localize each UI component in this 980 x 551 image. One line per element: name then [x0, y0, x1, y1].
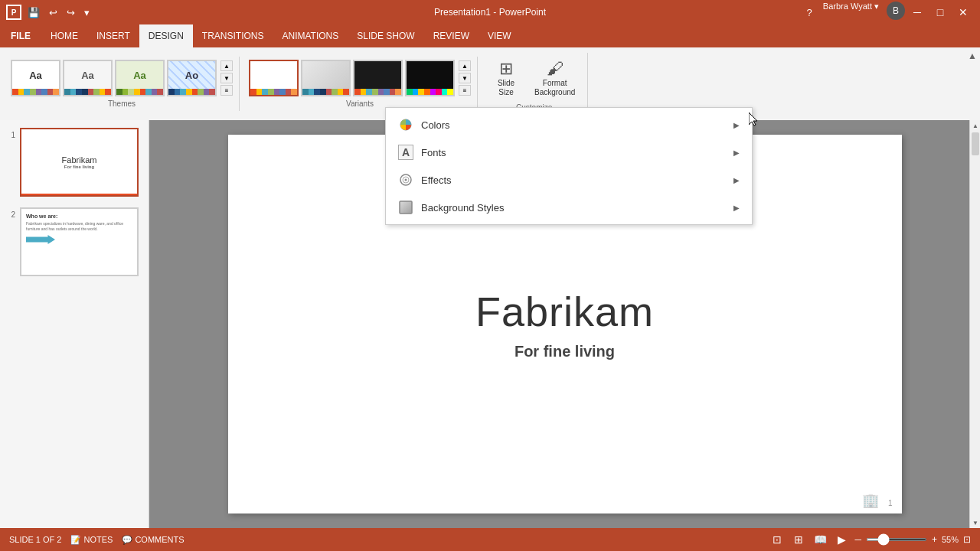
zoom-level: 55%: [942, 535, 959, 544]
slide-2-item[interactable]: 2 Who we are: Fabrikam specializes in ha…: [3, 206, 145, 278]
save-button[interactable]: 💾: [24, 5, 43, 20]
customize-group: ⊞ SlideSize 🖌 FormatBackground Customize: [481, 53, 588, 115]
scroll-thumb[interactable]: [972, 132, 979, 155]
collapse-ribbon-button[interactable]: ▲: [968, 51, 977, 61]
slide-2-thumb: Who we are: Fabrikam specializes in hard…: [20, 207, 139, 276]
themes-scroll-up[interactable]: ▲: [220, 60, 233, 71]
customize-buttons: ⊞ SlideSize 🖌 FormatBackground: [487, 56, 581, 100]
office-logo: 🏢: [862, 492, 879, 509]
themes-scroll-down[interactable]: ▼: [220, 73, 233, 83]
window-controls: ? Barbra Wyatt ▾ B ─ □ ✕: [804, 2, 974, 23]
scroll-track: [970, 131, 980, 517]
variant-3[interactable]: [353, 60, 403, 96]
ribbon-tabs: FILE HOME INSERT DESIGN TRANSITIONS ANIM…: [0, 24, 980, 47]
close-button[interactable]: ✕: [952, 2, 974, 23]
status-bar-left: SLIDE 1 OF 2 📝 NOTES 💬 COMMENTS: [9, 535, 185, 545]
menu-effects-label: Effects: [421, 174, 452, 186]
zoom-in-button[interactable]: +: [932, 534, 937, 545]
slide-main-subtitle: For fine living: [514, 343, 615, 360]
fonts-icon: A: [398, 145, 413, 160]
slide-size-label: SlideSize: [498, 79, 514, 97]
menu-item-effects[interactable]: Effects ▶: [386, 166, 752, 194]
slide-2-number: 2: [5, 207, 15, 219]
status-bar: SLIDE 1 OF 2 📝 NOTES 💬 COMMENTS ⊡ ⊞ 📖 ▶ …: [0, 528, 980, 551]
redo-button[interactable]: ↪: [64, 5, 78, 20]
comments-icon: 💬: [122, 535, 132, 545]
user-name: Barbra Wyatt ▾: [823, 2, 879, 23]
fonts-arrow: ▶: [733, 148, 740, 157]
zoom-slider[interactable]: [866, 538, 927, 541]
slide-1-number: 1: [5, 128, 15, 139]
tab-animations[interactable]: ANIMATIONS: [273, 24, 348, 47]
slide-info: SLIDE 1 OF 2: [9, 535, 61, 544]
format-background-button[interactable]: 🖌 FormatBackground: [528, 56, 581, 100]
tab-file[interactable]: FILE: [0, 24, 41, 47]
themes-row: Aa Aa Aa: [11, 60, 233, 96]
format-background-label: FormatBackground: [534, 79, 575, 97]
reading-view-button[interactable]: 📖: [812, 531, 828, 548]
maximize-button[interactable]: □: [929, 2, 951, 23]
variants-scroll-up[interactable]: ▲: [459, 60, 471, 71]
avatar: B: [887, 2, 905, 20]
notes-icon: 📝: [70, 535, 81, 545]
slide-size-icon: ⊞: [499, 59, 513, 79]
variant-4[interactable]: [405, 60, 455, 96]
tab-review[interactable]: REVIEW: [424, 24, 479, 47]
theme-4[interactable]: Ao: [167, 60, 217, 96]
tab-view[interactable]: VIEW: [479, 24, 521, 47]
quick-access-toolbar: 💾 ↩ ↪ ▾: [24, 5, 93, 20]
minimize-button[interactable]: ─: [906, 2, 928, 23]
slide-size-button[interactable]: ⊞ SlideSize: [487, 56, 525, 100]
variants-label: Variants: [346, 99, 374, 108]
variants-scroll-down[interactable]: ▼: [459, 73, 471, 83]
variant-2[interactable]: [301, 60, 351, 96]
slide-page-num: 1: [888, 499, 893, 507]
menu-item-fonts[interactable]: A Fonts ▶: [386, 139, 752, 166]
format-background-icon: 🖌: [547, 59, 564, 79]
menu-item-background-styles[interactable]: Background Styles ▶: [386, 194, 752, 221]
theme-1[interactable]: Aa: [11, 60, 60, 96]
fit-slide-button[interactable]: ⊡: [963, 534, 971, 545]
slide-1-item[interactable]: 1 Fabrikam For fine living: [3, 126, 145, 198]
menu-fonts-label: Fonts: [421, 147, 446, 158]
help-button[interactable]: ?: [804, 2, 815, 23]
menu-background-styles-label: Background Styles: [421, 202, 504, 214]
customize-quick-access-button[interactable]: ▾: [81, 5, 93, 20]
tab-insert[interactable]: INSERT: [87, 24, 139, 47]
tab-slideshow[interactable]: SLIDE SHOW: [348, 24, 423, 47]
themes-scroll-more[interactable]: ≡: [220, 85, 233, 96]
effects-icon: [398, 172, 413, 187]
comments-button[interactable]: 💬 COMMENTS: [122, 535, 184, 545]
variant-1[interactable]: [249, 60, 299, 96]
theme-2[interactable]: Aa: [63, 60, 113, 96]
colors-arrow: ▶: [733, 121, 740, 129]
theme-3[interactable]: Aa: [115, 60, 165, 96]
slide-panel: 1 Fabrikam For fine living 2 Who we are:…: [0, 120, 149, 528]
notes-button[interactable]: 📝 NOTES: [70, 535, 113, 545]
themes-group: Aa Aa Aa: [5, 57, 240, 111]
comments-label: COMMENTS: [135, 535, 184, 544]
zoom-out-button[interactable]: ─: [854, 534, 861, 545]
tab-design[interactable]: DESIGN: [139, 24, 193, 47]
undo-button[interactable]: ↩: [46, 5, 60, 20]
notes-label: NOTES: [83, 535, 113, 544]
background-styles-icon: [398, 200, 413, 215]
svg-rect-5: [400, 201, 412, 214]
normal-view-button[interactable]: ⊡: [769, 531, 786, 548]
variants-row: ▲ ▼ ≡: [249, 60, 471, 96]
effects-arrow: ▶: [733, 176, 740, 184]
scroll-down-button[interactable]: ▼: [970, 517, 980, 528]
slide-scrollbar: ▲ ▼: [969, 120, 980, 528]
tab-transitions[interactable]: TRANSITIONS: [193, 24, 273, 47]
menu-colors-label: Colors: [421, 119, 450, 131]
svg-point-3: [405, 179, 407, 181]
themes-scroll: ▲ ▼ ≡: [220, 60, 233, 96]
tab-home[interactable]: HOME: [41, 24, 87, 47]
menu-item-colors[interactable]: Colors ▶: [386, 111, 752, 139]
variants-scroll-more[interactable]: ≡: [459, 85, 471, 96]
variants-group: ▲ ▼ ≡ Variants: [243, 57, 478, 111]
scroll-up-button[interactable]: ▲: [970, 120, 980, 131]
slideshow-view-button[interactable]: ▶: [833, 531, 850, 548]
slide-sorter-button[interactable]: ⊞: [790, 531, 807, 548]
background-styles-arrow: ▶: [733, 204, 740, 212]
